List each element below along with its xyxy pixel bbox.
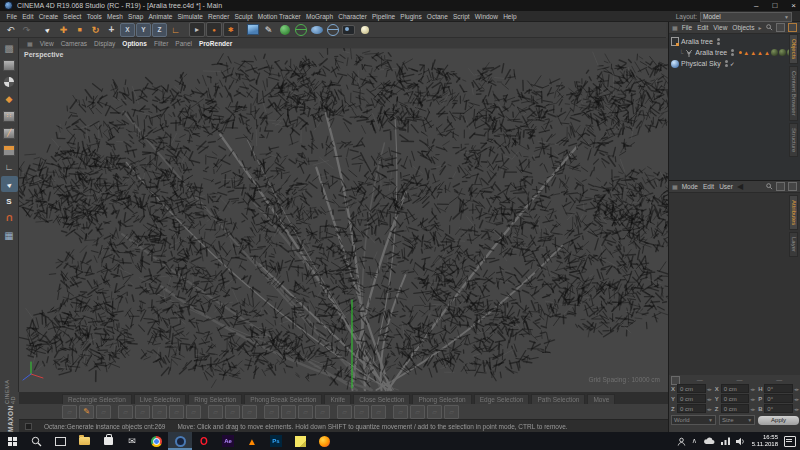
close-button[interactable]: ×	[791, 1, 796, 11]
tool-tab-4[interactable]: Close Selection	[353, 394, 410, 404]
material-tag-icon[interactable]	[779, 49, 786, 56]
spinner-icon[interactable]: ◂▸	[750, 396, 755, 402]
modeling-tool-button-11[interactable]	[264, 405, 279, 419]
minimize-button[interactable]: –	[754, 1, 758, 11]
modeling-tool-button-18[interactable]	[393, 405, 408, 419]
octane-tag-icon[interactable]: ▲	[764, 50, 770, 56]
modeling-tool-button-5[interactable]	[152, 405, 167, 419]
modeling-tool-button-19[interactable]	[410, 405, 425, 419]
object-manager-menu-item-1[interactable]: Edit	[697, 24, 708, 31]
perspective-viewport[interactable]: ▦ ViewCamerasDisplayOptionsFilterPanelPr…	[19, 38, 668, 392]
onedrive-cloud-icon[interactable]	[703, 437, 715, 445]
maximize-button[interactable]: □	[772, 1, 777, 11]
scale-tool-icon[interactable]	[72, 23, 87, 37]
object-row-aralia-tree[interactable]: Aralia tree	[671, 36, 788, 47]
side-tab-attributes[interactable]: Attributes	[789, 195, 798, 230]
scroll-right-icon[interactable]: ▸	[758, 24, 761, 31]
render-view-button[interactable]	[189, 22, 205, 37]
workplane-mode-icon[interactable]	[1, 91, 18, 107]
modeling-tool-button-14[interactable]	[315, 405, 330, 419]
attribute-menu-item-1[interactable]: Edit	[703, 183, 714, 190]
menubar-item-16[interactable]: Octane	[424, 13, 450, 20]
spinner-icon[interactable]: ◂▸	[750, 406, 755, 412]
visibility-dots-icon[interactable]	[731, 49, 734, 56]
volume-icon[interactable]	[736, 437, 746, 446]
apply-button[interactable]: Apply	[758, 416, 799, 425]
modeling-tool-button-12[interactable]	[281, 405, 296, 419]
modeling-tool-button-7[interactable]	[186, 405, 201, 419]
render-settings-button[interactable]	[223, 22, 239, 37]
object-name[interactable]: Aralia tree	[681, 38, 713, 45]
tool-tab-3[interactable]: Knife	[324, 394, 351, 404]
live-selection-tool-icon[interactable]	[40, 23, 55, 37]
object-manager-menu-item-3[interactable]: Objects	[732, 24, 754, 31]
light-button[interactable]	[357, 23, 372, 37]
axis-mode-icon[interactable]	[1, 159, 18, 175]
tool-tab-5[interactable]: Phong Selection	[412, 394, 471, 404]
file-explorer-icon[interactable]	[72, 432, 96, 450]
viewport-menu-item-2[interactable]: Display	[94, 40, 115, 47]
filter-icon[interactable]	[776, 23, 785, 32]
add-primitive-cube-button[interactable]	[245, 23, 260, 37]
size-z-field[interactable]: 0 cm	[721, 404, 750, 413]
coord-mode-select[interactable]: World▼	[671, 415, 716, 425]
size-y-field[interactable]: 0 cm	[721, 394, 750, 403]
coordinate-system-icon[interactable]	[168, 23, 183, 37]
rot-b-field[interactable]: 0°	[764, 404, 793, 413]
viewport-menu-item-6[interactable]: ProRender	[199, 40, 232, 47]
rot-h-field[interactable]: 0°	[764, 384, 793, 393]
action-center-icon[interactable]	[784, 436, 796, 447]
menubar-item-4[interactable]: Tools	[84, 13, 104, 20]
menubar-item-5[interactable]: Mesh	[104, 13, 125, 20]
object-name[interactable]: Physical Sky	[681, 60, 721, 67]
modeling-tool-button-1[interactable]	[79, 405, 94, 419]
field-object-button[interactable]	[325, 23, 340, 37]
tool-tab-7[interactable]: Path Selection	[531, 394, 585, 404]
coord-size-select[interactable]: Size▼	[719, 415, 755, 425]
menubar-item-3[interactable]: Select	[61, 13, 84, 20]
people-icon[interactable]	[677, 437, 686, 446]
start-button[interactable]	[0, 432, 24, 450]
model-mode-icon[interactable]	[1, 57, 18, 73]
object-manager-menu-item-2[interactable]: View	[713, 24, 727, 31]
make-editable-icon[interactable]	[1, 40, 18, 56]
menubar-item-17[interactable]: Script	[450, 13, 472, 20]
z-axis-lock-button[interactable]: Z	[152, 23, 167, 37]
attribute-menu-item-2[interactable]: User	[719, 183, 733, 190]
deformers-button[interactable]	[293, 23, 308, 37]
microsoft-store-icon[interactable]	[96, 432, 120, 450]
modeling-tool-button-20[interactable]	[427, 405, 442, 419]
tool-tab-1[interactable]: Ring Selection	[188, 394, 242, 404]
enable-snap-icon[interactable]	[1, 210, 18, 226]
viewport-menu-item-4[interactable]: Filter	[154, 40, 168, 47]
menubar-item-11[interactable]: Motion Tracker	[255, 13, 303, 20]
search-icon[interactable]	[766, 183, 773, 190]
edges-mode-icon[interactable]	[1, 125, 18, 141]
modeling-tool-button-13[interactable]	[298, 405, 313, 419]
spinner-icon[interactable]: ◂▸	[794, 386, 799, 392]
rot-p-field[interactable]: 0°	[764, 394, 793, 403]
render-picture-viewer-button[interactable]	[206, 22, 222, 37]
spinner-icon[interactable]: ◂▸	[794, 396, 799, 402]
texture-mode-icon[interactable]	[1, 74, 18, 90]
snap-settings-icon[interactable]	[1, 193, 18, 209]
viewport-menu-item-5[interactable]: Panel	[175, 40, 192, 47]
points-mode-icon[interactable]	[1, 108, 18, 124]
viewport-menu-item-0[interactable]: View	[40, 40, 54, 47]
rotate-tool-icon[interactable]	[88, 23, 103, 37]
pos-x-field[interactable]: 0 cm	[677, 384, 706, 393]
side-tab-structure[interactable]: Structure	[789, 123, 798, 157]
firefox-icon[interactable]	[312, 432, 336, 450]
viewport-menu-item-1[interactable]: Cameras	[61, 40, 87, 47]
x-axis-lock-button[interactable]: X	[120, 23, 135, 37]
object-manager-menu-item-0[interactable]: File	[682, 24, 692, 31]
octane-tag-icon[interactable]: ▲	[750, 50, 756, 56]
spinner-icon[interactable]: ◂▸	[750, 386, 755, 392]
last-tool-icon[interactable]	[104, 23, 119, 37]
vlc-icon[interactable]: ▲	[240, 432, 264, 450]
modeling-tool-button-4[interactable]	[135, 405, 150, 419]
octane-tag-icon[interactable]: ▲	[743, 50, 749, 56]
menubar-item-7[interactable]: Animate	[146, 13, 175, 20]
tool-tab-active[interactable]: Rectangle Selection	[62, 394, 132, 404]
side-tab-layer[interactable]: Layer	[789, 232, 798, 257]
